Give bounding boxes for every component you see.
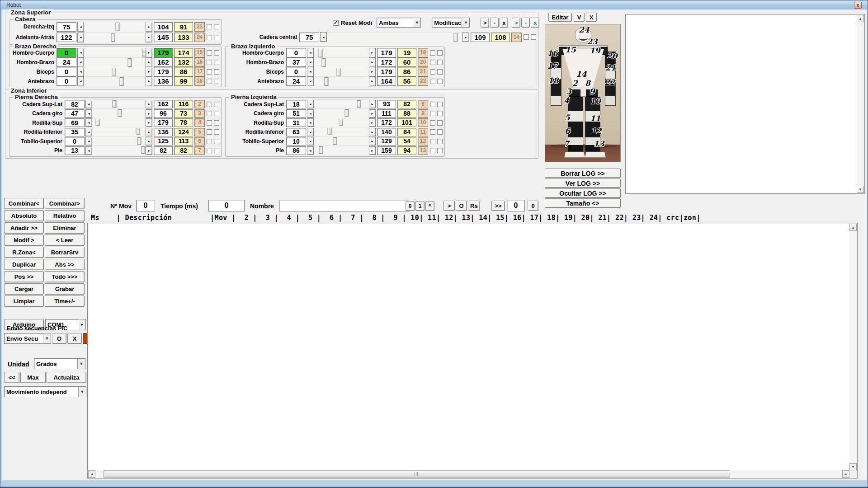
slider-thumb[interactable] [111,33,115,42]
slider-right-arrow[interactable]: ► [146,109,152,118]
scrollbar-track[interactable] [95,470,842,478]
slider-thumb[interactable] [136,128,140,135]
servo-value-input[interactable] [65,109,85,118]
servo-checkbox[interactable] [437,69,443,75]
x-button[interactable]: X [586,13,597,22]
slider-left-arrow[interactable]: ◄ [85,109,92,118]
btn-[interactable]: - [490,18,499,28]
list-vertical-scrollbar[interactable]: ▲ ▼ [849,224,857,470]
close-icon[interactable]: x [854,2,862,9]
servo-value-input[interactable] [57,22,76,32]
slider-track[interactable] [314,67,368,77]
slider-thumb[interactable] [112,100,116,108]
forward-count-input[interactable] [507,200,525,211]
scroll-up-icon[interactable]: ▲ [857,15,864,22]
servo-value-input[interactable] [57,76,76,86]
servo-value-input[interactable] [286,109,306,118]
servo-checkbox[interactable] [207,120,212,126]
btn-0[interactable]: 0 [406,201,415,211]
servo-checkbox[interactable] [437,120,443,126]
btn-[interactable]: > [481,18,489,28]
unidad-select[interactable]: Grados ▼ [34,358,85,369]
slider-right-arrow[interactable]: ► [146,57,152,67]
slider-left-arrow[interactable]: ◄ [77,67,84,77]
slider-left-arrow[interactable]: ◄ [307,109,314,118]
slider-thumb[interactable] [96,119,100,126]
slider-track[interactable] [93,136,144,146]
btn-ver-log[interactable]: Ver LOG >> [545,178,621,188]
btn-duplicar[interactable]: Duplicar [4,259,44,270]
servo-checkbox[interactable] [430,79,435,84]
slider-thumb[interactable] [128,58,132,67]
servo-checkbox[interactable] [207,35,212,40]
servo-value-input[interactable] [286,67,306,76]
btn-[interactable]: > [443,201,455,211]
title-bar[interactable]: Robot x [1,0,867,9]
slider-track[interactable] [85,57,144,67]
slider-right-arrow[interactable]: ► [369,57,376,67]
slider-right-arrow[interactable]: ► [146,67,152,77]
slider-track[interactable] [85,22,144,32]
btn-combinar[interactable]: Combinar> [45,198,85,209]
slider-track[interactable] [93,99,144,109]
slider-thumb[interactable] [333,137,337,145]
scroll-up-icon[interactable]: ▲ [849,224,857,231]
btn-time[interactable]: Time+/- [45,296,85,307]
slider-right-arrow[interactable]: ► [146,118,152,127]
servo-value-input[interactable] [286,76,306,86]
log-panel[interactable]: ▲ ▼ [625,14,865,194]
slider-thumb[interactable] [118,109,122,117]
btn-[interactable]: > [512,18,520,28]
slider-right-arrow[interactable]: ► [146,100,152,108]
modificac-select[interactable]: Modificac ▼ [432,18,470,28]
servo-checkbox[interactable] [437,111,443,116]
slider-left-arrow[interactable]: ◄ [307,118,314,127]
btn-limpiar[interactable]: Limpiar [4,296,44,307]
slider-thumb[interactable] [325,77,329,86]
btn-grabar[interactable]: Grabar [45,283,85,295]
slider-left-arrow[interactable]: ◄ [307,57,314,67]
slider-thumb[interactable] [115,23,119,31]
servo-value-input[interactable] [286,146,306,155]
slider-track[interactable] [93,118,144,128]
slider-left-arrow[interactable]: ◄ [85,100,92,108]
servo-checkbox[interactable] [214,111,219,116]
nombre-input[interactable] [279,200,409,211]
btn-pos[interactable]: Pos >> [4,271,44,282]
servo-checkbox[interactable] [437,50,443,56]
servo-checkbox[interactable] [214,139,219,144]
slider-thumb[interactable] [322,58,326,67]
slider-right-arrow[interactable]: ► [369,109,376,118]
btn-combinar[interactable]: Combinar< [4,198,44,209]
slider-left-arrow[interactable]: ◄ [307,137,314,145]
slider-left-arrow[interactable]: ◄ [77,22,84,32]
servo-value-input[interactable] [65,100,85,108]
slider-right-arrow[interactable]: ► [369,76,376,86]
slider-track[interactable] [314,145,368,155]
slider-track[interactable] [85,76,144,86]
servo-value-input[interactable] [286,57,306,67]
servo-checkbox[interactable] [214,50,219,56]
servo-checkbox[interactable] [430,120,435,126]
servo-checkbox[interactable] [430,148,435,153]
servo-checkbox[interactable] [214,79,219,84]
slider-thumb[interactable] [141,146,145,154]
slider-right-arrow[interactable]: ► [369,48,376,58]
slider-thumb[interactable] [119,77,123,86]
btn-ocultar-log[interactable]: Ocultar LOG >> [545,188,621,198]
scroll-down-icon[interactable]: ▼ [857,186,864,193]
slider-left-arrow[interactable]: ◄ [77,48,84,58]
servo-checkbox[interactable] [430,102,435,107]
forward-zero-button[interactable]: 0 [528,201,538,211]
servo-value-input[interactable] [286,128,306,136]
servo-checkbox[interactable] [437,79,443,84]
btn-x[interactable]: x [500,18,508,28]
servo-checkbox[interactable] [214,102,219,107]
btn-x[interactable]: x [531,18,539,28]
servo-value-input[interactable] [286,100,306,108]
slider-left-arrow[interactable]: ◄ [307,146,314,155]
btn-tama-o[interactable]: Tamaño <> [545,198,621,208]
servo-value-input[interactable] [299,33,319,42]
slider-right-arrow[interactable]: ► [369,146,376,155]
slider-thumb[interactable] [142,49,146,57]
